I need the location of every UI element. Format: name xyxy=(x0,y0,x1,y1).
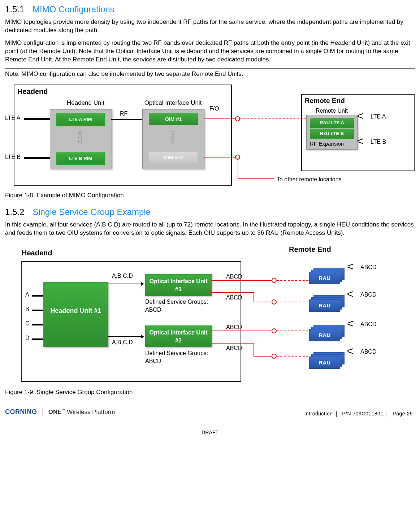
dsg-2-label: Defined Service Groups: ABCD xyxy=(145,349,221,365)
fo-port-2-1 xyxy=(272,278,277,283)
lte-a-bar xyxy=(24,118,52,120)
section-152-heading: 1.5.2 Single Service Group Example xyxy=(5,206,415,218)
fo-line-1a xyxy=(204,118,236,119)
input-d-bar xyxy=(32,338,43,340)
fiber-out-3 xyxy=(212,331,272,331)
abcd-out-2-label: ABCD xyxy=(226,294,242,302)
lte-b-bar xyxy=(24,157,52,159)
section-152-number: 1.5.2 xyxy=(5,207,24,217)
fo-line-1b xyxy=(240,118,306,119)
oiu-2-label: Optical Interface Unit #2 xyxy=(150,329,208,344)
abcd-in-top-label: A,B,C,D xyxy=(112,272,133,280)
lte-b-rim: LTE B RIM xyxy=(56,152,105,165)
footer-right: Introduction│ P/N 709C011801│ Page 29 xyxy=(302,410,415,417)
rau-abcd-2-label: ABCD xyxy=(360,291,376,299)
fo-line-12b xyxy=(238,178,274,179)
heu-label: Headend Unit #1 xyxy=(50,307,101,314)
oiu-1: Optical Interface Unit #1 xyxy=(145,274,212,296)
section-152-para-1: In this example, all four services (A,B,… xyxy=(5,221,415,237)
rau-stack-4-label: RAU xyxy=(309,357,340,369)
figure-1-8: Headend Headend Unit Optical Interface U… xyxy=(5,85,415,189)
abcd-out-4-label: ABCD xyxy=(226,344,242,352)
fiber-out-1d xyxy=(277,280,308,281)
fiber-out-2v xyxy=(254,292,254,302)
headend-unit-1: Headend Unit #1 xyxy=(43,282,108,347)
input-c-bar xyxy=(32,324,43,325)
section-151-title: MIMO Configurations xyxy=(33,4,114,14)
fo-port-1 xyxy=(235,116,240,121)
fo-port-2-2 xyxy=(272,299,277,305)
abcd-out-3-label: ABCD xyxy=(226,323,242,331)
input-b-bar xyxy=(32,310,43,311)
brand-one: ONE™ Wireless Platform xyxy=(48,408,115,416)
lte-a-in-label: LTE A xyxy=(5,114,20,122)
rf-expansion-label: RF Expansion xyxy=(310,140,344,147)
fiber-out-2b xyxy=(254,302,272,302)
figure-1-9: Headend Remote End Headend Unit #1 A B C… xyxy=(5,242,415,386)
page-footer: CORNING │ ONE™ Wireless Platform Introdu… xyxy=(5,407,415,436)
remote-unit-label: Remote Unit xyxy=(316,107,348,115)
rau-antenna-1 xyxy=(347,263,358,270)
fo-line-12a xyxy=(204,157,236,157)
lte-a-rim: LTE A RIM xyxy=(56,113,105,126)
rau-antenna-2 xyxy=(347,291,358,297)
abcd-in-bot-label: A,B,C,D xyxy=(112,338,133,346)
brand-separator: │ xyxy=(41,407,45,416)
rf-line xyxy=(111,119,142,120)
oiu-2: Optical Interface Unit #2 xyxy=(145,325,212,347)
brand-corning: CORNING xyxy=(5,407,37,416)
rau-stack-3: RAU xyxy=(309,325,345,341)
footer-pn: P/N 709C011801 xyxy=(340,411,385,416)
lte-b-in-label: LTE B xyxy=(5,153,21,161)
fiber-out-4a xyxy=(212,343,254,344)
fo-label: F/O xyxy=(209,105,219,113)
section-151-note: Note: MIMO configuration can also be imp… xyxy=(5,68,415,80)
rau-antenna-4 xyxy=(347,348,358,354)
antenna-lte-b xyxy=(358,138,368,144)
rau-stack-2: RAU xyxy=(309,295,345,312)
rau-abcd-3-label: ABCD xyxy=(360,320,376,328)
rau-abcd-4-label: ABCD xyxy=(360,348,376,356)
fiber-out-2a xyxy=(212,292,254,293)
input-d-label: D xyxy=(25,334,30,342)
input-b-label: B xyxy=(25,305,29,313)
input-a-label: A xyxy=(25,291,29,299)
oiu-label: Optical Interface Unit xyxy=(135,99,211,107)
fiber-out-4v xyxy=(254,343,254,357)
rau-abcd-1-label: ABCD xyxy=(360,263,376,271)
fo-vline-12 xyxy=(238,157,238,179)
input-a-bar xyxy=(32,295,43,297)
figure-1-9-caption: Figure 1-9. Single Service Group Configu… xyxy=(5,388,415,397)
heu-to-oiu2-arrow xyxy=(108,336,144,337)
fiber-out-4d xyxy=(277,356,308,357)
section-151-heading: 1.5.1 MIMO Configurations xyxy=(5,4,415,15)
oiu-1-label: Optical Interface Unit #1 xyxy=(150,278,208,292)
lte-b-out-label: LTE B xyxy=(371,138,386,146)
figure-1-8-caption: Figure 1-8. Example of MIMO Configuratio… xyxy=(5,191,415,200)
rau-stack-1-label: RAU xyxy=(309,272,340,284)
fo-port-2-4 xyxy=(272,354,277,359)
rau-stack-2-label: RAU xyxy=(309,299,340,312)
oim-12: OIM #12 xyxy=(149,152,198,163)
rxu-lte-b: RxU LTE B xyxy=(310,129,354,139)
fo-port-2-3 xyxy=(272,328,277,333)
fiber-out-3d xyxy=(277,331,308,331)
antenna-lte-a xyxy=(358,113,368,119)
heu-vdots: ○○○ xyxy=(77,131,84,144)
rf-label: RF xyxy=(120,110,127,118)
rau-antenna-3 xyxy=(347,320,358,327)
oim-1: OIM #1 xyxy=(149,113,198,125)
section-151-para-2: MIMO configuration is implemented by rou… xyxy=(5,39,415,64)
rau-stack-3-label: RAU xyxy=(309,329,340,341)
section-151-para-1: MIMO topologies provide more density by … xyxy=(5,18,415,35)
footer-page: Page 29 xyxy=(390,411,415,416)
fiber-out-1 xyxy=(212,280,272,281)
section-152-title: Single Service Group Example xyxy=(33,207,151,217)
remote-end-label: Remote End xyxy=(305,96,345,105)
oiu-vdots: ○○○ xyxy=(169,131,176,144)
headend-label: Headend xyxy=(17,87,48,96)
dsg-1-label: Defined Service Groups: ABCD xyxy=(145,298,221,314)
fiber-out-2d xyxy=(277,302,308,302)
heu-to-oiu1-arrow xyxy=(108,284,144,284)
rau-stack-1: RAU xyxy=(309,268,345,284)
